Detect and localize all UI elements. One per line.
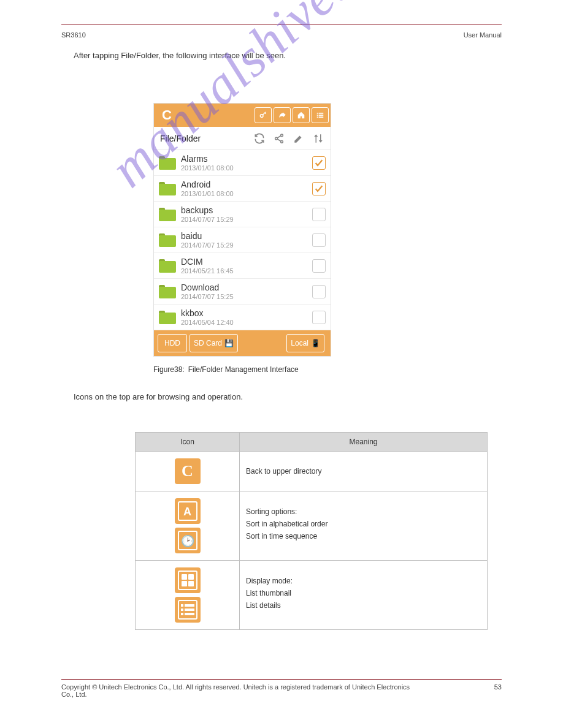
checkbox[interactable]	[312, 233, 326, 247]
svg-rect-4	[319, 115, 324, 116]
svg-rect-5	[317, 116, 318, 118]
file-name: Download	[181, 282, 312, 293]
file-list: Alarms2013/01/01 08:00Android2013/01/01 …	[154, 150, 331, 330]
refresh-icon[interactable]	[251, 130, 268, 147]
footer-page: 53	[494, 683, 502, 698]
list-item[interactable]: Download2014/07/07 15:25	[154, 279, 331, 305]
app-titlebar: C	[154, 104, 331, 127]
icons-table: Icon Meaning C Back to upper directory A…	[135, 432, 488, 630]
file-date: 2013/01/01 08:00	[181, 164, 312, 172]
thumbnail-view-icon	[175, 567, 201, 593]
back-icon: C	[175, 458, 201, 484]
file-name: DCIM	[181, 257, 312, 267]
file-date: 2014/07/07 15:29	[181, 241, 312, 249]
table-intro: Icons on the top are for browsing and op…	[74, 392, 502, 401]
list-item[interactable]: Android2013/01/01 08:00	[154, 176, 331, 202]
edit-pencil-icon[interactable]	[290, 130, 307, 147]
svg-rect-18	[181, 613, 183, 615]
key-icon[interactable]	[255, 107, 272, 123]
sort-updown-icon[interactable]	[310, 130, 327, 147]
home-icon[interactable]	[293, 107, 310, 123]
toolbar-label: File/Folder	[158, 134, 248, 143]
folder-icon	[159, 233, 176, 247]
svg-rect-15	[185, 604, 194, 607]
list-item[interactable]: Alarms2013/01/01 08:00	[154, 150, 331, 176]
list-item[interactable]: kkbox2014/05/04 12:40	[154, 305, 331, 330]
header-doc: User Manual	[464, 31, 502, 39]
folder-icon	[159, 208, 176, 221]
folder-icon	[159, 259, 176, 273]
folder-icon	[159, 285, 176, 298]
svg-rect-11	[188, 574, 194, 580]
file-name: kkbox	[181, 308, 312, 319]
intro-text: After tapping File/Folder, the following…	[74, 51, 502, 60]
file-date: 2013/01/01 08:00	[181, 190, 312, 197]
share-arrow-icon[interactable]	[274, 107, 291, 123]
table-row: Display mode: List thumbnail List detail…	[136, 561, 488, 630]
checkbox[interactable]	[312, 156, 326, 170]
th-meaning: Meaning	[240, 433, 488, 452]
app-logo-icon[interactable]: C	[157, 105, 177, 125]
hdd-button[interactable]: HDD	[158, 334, 187, 352]
list-item[interactable]: DCIM2014/05/21 16:45	[154, 253, 331, 279]
file-name: Alarms	[181, 154, 312, 164]
svg-point-0	[260, 115, 263, 118]
figure-caption: Figure38: File/Folder Management Interfa…	[153, 365, 502, 374]
file-date: 2014/05/04 12:40	[181, 319, 312, 326]
file-name: backups	[181, 205, 312, 216]
folder-icon	[159, 182, 176, 195]
table-row: A 🕑 Sorting options: Sort in alphabetica…	[136, 491, 488, 561]
file-name: Android	[181, 180, 312, 190]
list-view-icon[interactable]	[312, 107, 329, 123]
checkbox[interactable]	[312, 311, 326, 324]
sort-time-icon: 🕑	[175, 528, 201, 553]
svg-rect-6	[319, 116, 324, 118]
checkbox[interactable]	[312, 285, 326, 298]
svg-rect-14	[181, 604, 183, 607]
svg-rect-19	[185, 613, 194, 615]
table-row: C Back to upper directory	[136, 452, 488, 491]
svg-rect-12	[182, 581, 187, 586]
list-item[interactable]: baidu2014/07/07 15:29	[154, 227, 331, 253]
footer-copyright: Copyright © Unitech Electronics Co., Ltd…	[61, 683, 417, 698]
list-item[interactable]: backups2014/07/07 15:29	[154, 202, 331, 227]
folder-icon	[159, 156, 176, 170]
folder-icon	[159, 311, 176, 324]
svg-rect-17	[185, 609, 194, 611]
header-product: SR3610	[61, 31, 86, 39]
file-name: baidu	[181, 231, 312, 241]
detail-list-icon	[175, 597, 201, 623]
device-screenshot: C File/Folder	[153, 103, 331, 357]
file-date: 2014/07/07 15:25	[181, 293, 312, 300]
local-button[interactable]: Local📱	[286, 334, 324, 352]
checkbox[interactable]	[312, 259, 326, 273]
sort-alpha-icon: A	[175, 498, 201, 524]
svg-rect-1	[317, 113, 318, 114]
checkbox[interactable]	[312, 208, 326, 221]
share-icon[interactable]	[270, 130, 288, 147]
bottom-tabbar: HDD SD Card💾 Local📱	[154, 330, 331, 356]
file-date: 2014/05/21 16:45	[181, 267, 312, 275]
sdcard-button[interactable]: SD Card💾	[190, 334, 238, 352]
file-toolbar: File/Folder	[154, 127, 331, 150]
svg-rect-13	[188, 581, 194, 586]
th-icon: Icon	[136, 433, 240, 452]
file-date: 2014/07/07 15:29	[181, 216, 312, 223]
checkbox[interactable]	[312, 182, 326, 195]
svg-rect-2	[319, 113, 324, 114]
svg-rect-10	[182, 574, 187, 580]
svg-rect-3	[317, 115, 318, 116]
svg-rect-16	[181, 609, 183, 611]
